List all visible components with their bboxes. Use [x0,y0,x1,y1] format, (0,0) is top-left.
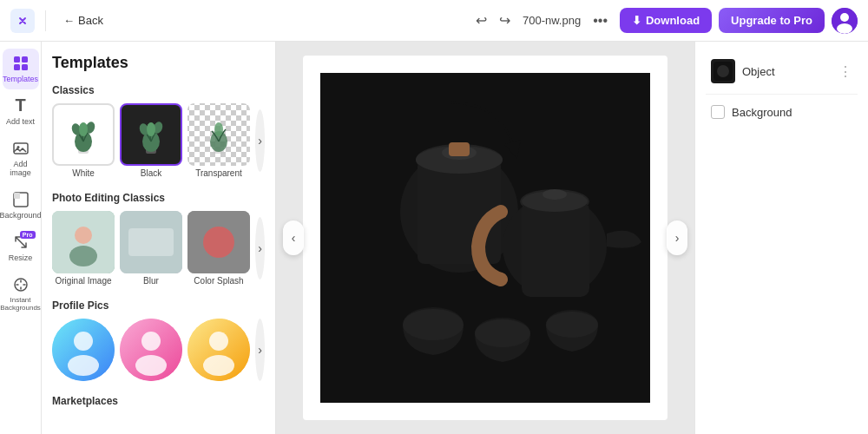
template-item-pp3[interactable] [187,319,250,381]
canvas-area: ‹ [276,42,694,434]
profile-pics-row: › [52,319,265,381]
photo-editing-section: Photo Editing Classics Original Image Bl… [52,192,265,286]
svg-rect-5 [22,56,28,62]
svg-rect-4 [14,56,20,62]
topbar-divider [45,10,46,31]
background-nav-label: Background [0,211,42,220]
template-name-white: White [72,168,95,178]
pe-name-blur: Blur [143,276,159,286]
pe-thumb-original [52,211,115,273]
template-thumb-white [52,103,115,166]
download-label: Download [646,14,700,27]
user-avatar[interactable] [832,8,858,34]
svg-point-38 [135,355,167,376]
app-logo [10,9,35,33]
template-item-blur[interactable]: Blur [120,211,182,286]
svg-point-57 [475,319,530,347]
template-item-color-splash[interactable]: Color Splash [187,211,250,286]
sidebar-item-add-text[interactable]: T Add text [3,91,39,132]
right-panel-item-object[interactable]: Object ⋮ [706,52,858,90]
right-panel-item-background[interactable]: Background [706,98,858,126]
add-image-icon [11,139,30,158]
svg-point-27 [75,227,92,244]
back-button[interactable]: ← Back [56,10,110,30]
templates-nav-label: Templates [3,75,38,84]
template-item-pp2[interactable] [120,319,182,381]
add-image-nav-label: Add image [6,160,36,179]
svg-point-25 [214,122,223,136]
svg-rect-51 [522,201,589,297]
classics-section-label: Classics [52,84,265,96]
profile-pics-section-label: Profile Pics [52,299,265,312]
svg-point-3 [837,23,852,34]
template-item-white[interactable]: White [52,103,115,178]
canvas-preview [303,56,667,420]
svg-point-35 [68,355,99,376]
marketplaces-section: Marketplaces [52,395,265,407]
svg-point-37 [141,332,161,351]
svg-rect-48 [449,142,470,156]
background-checkbox[interactable] [711,105,725,119]
classics-section: Classics [52,84,265,178]
undo-button[interactable]: ↩ [470,7,492,34]
marketplaces-section-label: Marketplaces [52,395,265,407]
profile-pics-more-button[interactable]: › [255,319,265,381]
canvas-next-button[interactable]: › [667,220,687,255]
background-label: Background [732,106,852,119]
sidebar-item-add-image[interactable]: Add image [3,134,39,184]
filename-label: 700-nw.png [523,14,581,27]
svg-point-41 [203,355,234,376]
pe-name-original: Original Image [55,276,111,286]
classics-row: White [52,103,265,178]
svg-rect-30 [128,228,174,256]
templates-icon [11,54,30,73]
instant-bg-icon [11,275,30,294]
sidebar-item-background[interactable]: Background [3,185,39,226]
photo-editing-section-label: Photo Editing Classics [52,192,265,204]
svg-rect-7 [22,64,28,70]
resize-nav-label: Resize [9,253,33,263]
object-thumbnail [711,59,735,83]
template-thumb-transparent [187,103,250,166]
svg-rect-6 [14,64,20,70]
photo-editing-more-button[interactable]: › [255,217,265,279]
photo-editing-row: Original Image Blur Color Splash › [52,211,265,286]
svg-point-32 [203,227,234,258]
object-label: Object [742,65,832,78]
redo-button[interactable]: ↪ [494,7,516,34]
svg-point-34 [74,332,93,351]
upgrade-button[interactable]: Upgrade to Pro [719,8,825,33]
right-panel-divider [706,94,858,95]
pp-thumb-3 [187,319,250,381]
template-item-original[interactable]: Original Image [52,211,115,286]
pe-thumb-blur [120,211,182,273]
background-icon [11,190,30,209]
svg-point-2 [840,13,849,22]
template-item-pp1[interactable] [52,319,115,381]
svg-point-59 [546,312,598,338]
svg-point-55 [403,309,464,340]
add-text-nav-label: Add text [6,117,35,127]
canvas-prev-button[interactable]: ‹ [283,220,304,255]
object-options-icon: ⋮ [838,63,852,80]
classics-more-button[interactable]: › [255,109,265,172]
svg-rect-11 [14,193,20,199]
template-item-transparent[interactable]: Transparent [187,103,250,178]
upgrade-label: Upgrade to Pro [731,14,812,27]
profile-pics-section: Profile Pics › [52,299,265,381]
template-item-black[interactable]: Black [120,103,182,178]
instant-bg-nav-label: InstantBackgrounds [0,296,41,312]
download-button[interactable]: ⬇ Download [620,8,712,33]
svg-point-22 [147,122,155,136]
undo-redo-group: ↩ ↪ [470,7,516,34]
download-icon: ⬇ [632,14,641,27]
pp-thumb-2 [120,319,182,381]
sidebar-item-resize[interactable]: Pro Resize [3,227,39,268]
svg-point-28 [69,246,97,266]
sidebar-item-instant-backgrounds[interactable]: InstantBackgrounds [3,270,39,318]
sidebar-item-templates[interactable]: Templates [3,49,39,89]
pro-badge: Pro [20,231,36,239]
right-panel: Object ⋮ Background [694,42,868,434]
more-options-button[interactable]: ••• [588,8,613,34]
sidebar-panel: Templates Classics [42,42,276,434]
